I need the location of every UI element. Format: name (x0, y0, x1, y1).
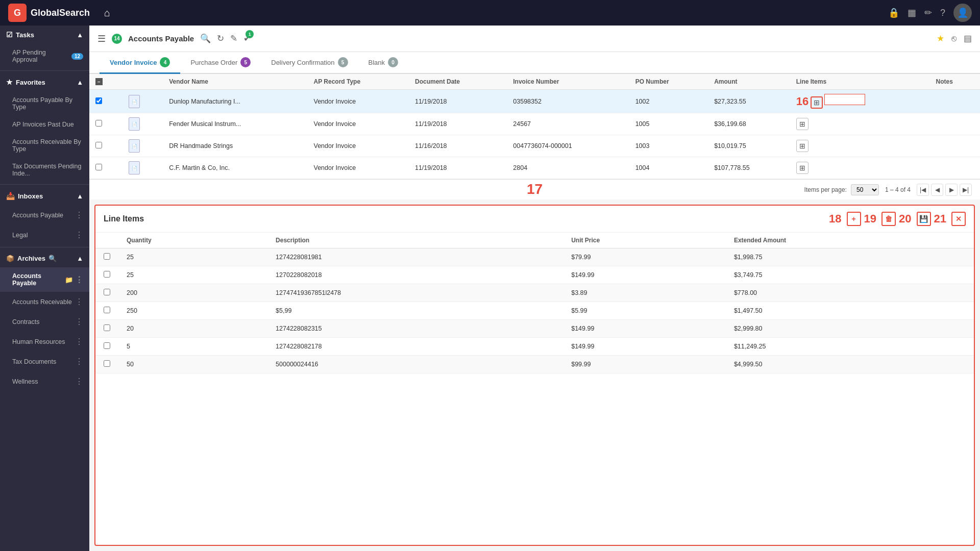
li-row-checkbox[interactable] (104, 324, 110, 331)
archives-section[interactable]: 📦 Archives 🔍 ▲ (0, 249, 89, 267)
home-icon[interactable]: ⌂ (104, 7, 110, 19)
tab-purchase-order[interactable]: Purchase Order 5 (180, 52, 261, 74)
row-date: 11/19/2018 (409, 157, 507, 179)
li-checkbox-cell[interactable] (95, 266, 118, 284)
sidebar-item-ar-by-type[interactable]: Accounts Receivable By Type (0, 133, 89, 158)
sidebar-item-tax-pending[interactable]: Tax Documents Pending Inde... (0, 158, 89, 182)
prev-page-btn[interactable]: ◀ (931, 184, 943, 196)
refresh-icon[interactable]: ↻ (217, 33, 224, 44)
last-page-btn[interactable]: ▶| (960, 184, 972, 196)
col-unit-price[interactable]: Unit Price (563, 233, 726, 248)
li-checkbox-cell[interactable] (95, 338, 118, 356)
row-checkbox[interactable] (95, 120, 102, 127)
line-items-icon[interactable]: ⊞ (796, 118, 808, 130)
col-document-date[interactable]: Document Date (409, 74, 507, 90)
col-invoice-number[interactable]: Invoice Number (507, 74, 629, 90)
archives-hr-dots[interactable]: ⋮ (75, 337, 83, 346)
li-desc: 1270228082018 (267, 266, 563, 284)
archives-wellness-dots[interactable]: ⋮ (75, 377, 83, 386)
sidebar-item-archives-taxdocs[interactable]: Tax Documents ⋮ (0, 352, 89, 371)
edit-pencil-icon[interactable]: ✎ (230, 33, 237, 44)
grid-icon[interactable]: ▦ (908, 7, 916, 18)
li-row-checkbox[interactable] (104, 271, 110, 278)
next-page-btn[interactable]: ▶ (945, 184, 958, 196)
help-icon[interactable]: ? (940, 8, 945, 18)
share-icon[interactable]: ⎋ (951, 34, 957, 44)
sidebar-item-archives-hr[interactable]: Human Resources ⋮ (0, 332, 89, 352)
row-checkbox-cell[interactable] (89, 90, 122, 113)
li-row-checkbox[interactable] (104, 307, 110, 313)
tab-blank[interactable]: Blank 0 (358, 52, 409, 74)
sidebar-item-inbox-ap[interactable]: Accounts Payable ⋮ (0, 205, 89, 225)
row-po: 1004 (629, 157, 708, 179)
col-po-number[interactable]: PO Number (629, 74, 708, 90)
archives-ap-dots[interactable]: ⋮ (75, 275, 83, 285)
line-items-toggle-icon[interactable]: ⊞ (811, 96, 823, 109)
tasks-section[interactable]: ☑Tasks ▲ (0, 26, 89, 44)
col-description[interactable]: Description (267, 233, 563, 248)
li-checkbox-cell[interactable] (95, 356, 118, 373)
col-line-items[interactable]: Line Items (790, 74, 930, 90)
li-checkbox-cell[interactable] (95, 320, 118, 338)
lock-icon[interactable]: 🔒 (888, 7, 899, 18)
row-checkbox-cell[interactable] (89, 113, 122, 135)
layout-icon[interactable]: ▤ (964, 33, 972, 44)
add-line-item-btn[interactable]: + (847, 212, 861, 226)
col-quantity[interactable]: Quantity (118, 233, 267, 248)
li-checkbox-cell[interactable] (95, 302, 118, 320)
sidebar-item-inbox-legal[interactable]: Legal ⋮ (0, 225, 89, 245)
inboxes-section[interactable]: 📥Inboxes ▲ (0, 187, 89, 205)
archives-contracts-dots[interactable]: ⋮ (75, 317, 83, 327)
main-layout: ☑Tasks ▲ AP Pending Approval 12 ★Favorit… (0, 26, 980, 551)
col-vendor-name[interactable]: Vendor Name (163, 74, 307, 90)
tab-delivery-confirmation[interactable]: Delivery Confirmation 5 (261, 52, 358, 74)
star-favorite-icon[interactable]: ★ (937, 33, 944, 44)
li-unit: $99.99 (563, 356, 726, 373)
per-page-select[interactable]: 50 25 100 (851, 184, 879, 195)
row-checkbox-cell[interactable] (89, 157, 122, 179)
archives-taxdocs-dots[interactable]: ⋮ (75, 357, 83, 366)
close-line-items-btn[interactable]: ✕ (951, 212, 966, 226)
sidebar-item-ap-by-type[interactable]: Accounts Payable By Type (0, 91, 89, 116)
row-checkbox-cell[interactable] (89, 135, 122, 157)
task-badge-wrapper[interactable]: ✔ 1 (243, 33, 251, 44)
li-checkbox-cell[interactable] (95, 284, 118, 302)
li-row-checkbox[interactable] (104, 289, 110, 295)
sidebar-item-archives-wellness[interactable]: Wellness ⋮ (0, 371, 89, 391)
li-row-checkbox[interactable] (104, 360, 110, 367)
line-items-scroll[interactable]: Quantity Description Unit Price Extended… (95, 233, 974, 545)
tab-vendor-invoice[interactable]: Vendor Invoice 4 (100, 52, 180, 74)
archives-search-icon[interactable]: 🔍 (48, 255, 57, 262)
col-ap-record-type[interactable]: AP Record Type (308, 74, 409, 90)
select-all-checkbox[interactable]: − (95, 78, 103, 85)
row-checkbox[interactable] (95, 164, 102, 170)
col-extended-amount[interactable]: Extended Amount (726, 233, 974, 248)
delete-line-item-btn[interactable]: 🗑 (881, 212, 896, 226)
row-checkbox[interactable] (95, 142, 102, 148)
line-items-panel: Line Items 18 + 19 🗑 20 💾 21 ✕ (94, 205, 975, 546)
archives-ar-dots[interactable]: ⋮ (75, 297, 83, 307)
line-items-icon[interactable]: ⊞ (796, 140, 808, 152)
first-page-btn[interactable]: |◀ (917, 184, 929, 196)
edit-icon[interactable]: ✏ (924, 7, 932, 18)
sidebar-item-ap-past-due[interactable]: AP Invoices Past Due (0, 116, 89, 133)
li-checkbox-cell[interactable] (95, 248, 118, 266)
sidebar-item-ap-pending[interactable]: AP Pending Approval 12 (0, 44, 89, 68)
sidebar-item-archives-contracts[interactable]: Contracts ⋮ (0, 312, 89, 332)
hamburger-icon[interactable]: ☰ (97, 33, 106, 44)
inbox-ap-dots[interactable]: ⋮ (75, 210, 83, 220)
col-amount[interactable]: Amount (708, 74, 790, 90)
search-icon[interactable]: 🔍 (200, 33, 211, 44)
row-checkbox[interactable] (95, 97, 102, 104)
inbox-legal-dots[interactable]: ⋮ (75, 230, 83, 240)
line-items-icon[interactable]: ⊞ (796, 162, 808, 174)
row-date: 11/19/2018 (409, 90, 507, 113)
li-row-checkbox[interactable] (104, 253, 110, 260)
avatar[interactable]: 👤 (953, 4, 972, 22)
li-row-checkbox[interactable] (104, 342, 110, 349)
save-line-item-btn[interactable]: 💾 (917, 212, 931, 226)
sidebar-item-archives-ap[interactable]: Accounts Payable 📁 ⋮ (0, 267, 89, 292)
col-notes[interactable]: Notes (929, 74, 980, 90)
favorites-section[interactable]: ★Favorites ▲ (0, 73, 89, 91)
sidebar-item-archives-ar[interactable]: Accounts Receivable ⋮ (0, 292, 89, 312)
